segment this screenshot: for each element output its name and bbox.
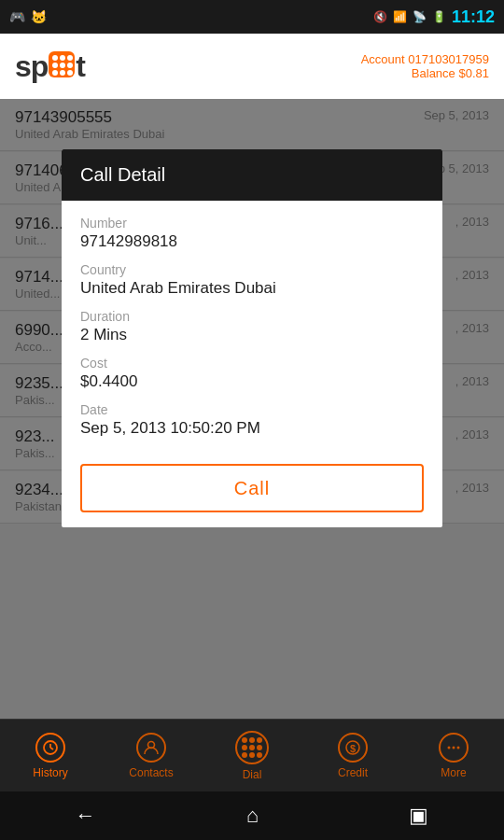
nav-item-dial[interactable]: Dial [202, 731, 302, 781]
nav-item-history[interactable]: History [0, 733, 101, 779]
call-detail-dialog: Call Detail Number 97142989818 Country U… [62, 149, 442, 527]
app-icon-2: 🐱 [31, 9, 47, 24]
account-number: 017103017959 [408, 52, 489, 66]
status-bar: 🎮 🐱 🔇 📶 📡 🔋 11:12 [0, 0, 504, 34]
recent-button[interactable]: ▣ [390, 796, 447, 835]
dialog-footer: Call [62, 453, 442, 527]
status-time: 11:12 [452, 7, 495, 27]
nav-label-history: History [33, 766, 67, 779]
balance-label: Balance [412, 66, 455, 80]
status-left-icons: 🎮 🐱 [9, 9, 47, 24]
date-label: Date [80, 402, 424, 417]
date-value: Sep 5, 2013 10:50:20 PM [80, 419, 424, 438]
contacts-icon [136, 733, 166, 763]
cost-value: $0.4400 [80, 372, 424, 391]
duration-label: Duration [80, 309, 424, 324]
wifi-icon: 📶 [393, 10, 407, 23]
android-nav-bar: ← ⌂ ▣ [0, 791, 504, 840]
dialog-body: Number 97142989818 Country United Arab E… [62, 201, 442, 453]
account-info: Account 017103017959 Balance $0.81 [361, 52, 489, 80]
nav-item-more[interactable]: More [403, 733, 504, 779]
cost-label: Cost [80, 356, 424, 371]
account-number-line: Account 017103017959 [361, 52, 489, 66]
balance-value: $0.81 [458, 66, 489, 80]
logo: sp t [15, 49, 85, 84]
battery-icon: 🔋 [432, 10, 446, 23]
svg-line-2 [50, 748, 53, 749]
nav-label-contacts: Contacts [129, 766, 173, 779]
dialog-header: Call Detail [62, 149, 442, 201]
history-icon [35, 733, 65, 763]
account-label: Account [361, 52, 405, 66]
status-right-icons: 🔇 📶 📡 🔋 11:12 [373, 7, 495, 27]
call-button[interactable]: Call [80, 464, 424, 512]
dialog-title: Call Detail [80, 164, 424, 186]
more-icon [439, 733, 469, 763]
nav-item-contacts[interactable]: Contacts [101, 733, 202, 779]
nav-item-credit[interactable]: $ Credit [302, 733, 403, 779]
number-value: 97142989818 [80, 232, 424, 251]
country-label: Country [80, 262, 424, 277]
duration-value: 2 Mins [80, 326, 424, 344]
dial-icon [235, 731, 269, 764]
number-label: Number [80, 216, 424, 231]
svg-point-8 [457, 746, 460, 749]
logo-text-t: t [76, 49, 85, 84]
bottom-navigation: History Contacts Dial $ Credit [0, 719, 504, 791]
nav-label-credit: Credit [338, 766, 368, 779]
home-button[interactable]: ⌂ [228, 796, 277, 835]
app-header: sp t Account 017103017959 Balance $0.81 [0, 34, 504, 99]
credit-icon: $ [338, 733, 368, 763]
nav-label-dial: Dial [243, 768, 262, 781]
app-icon-1: 🎮 [9, 9, 25, 24]
balance-line: Balance $0.81 [361, 66, 489, 80]
mute-icon: 🔇 [373, 10, 387, 23]
nav-label-more: More [441, 766, 466, 779]
signal-icon: 📡 [413, 10, 427, 23]
country-value: United Arab Emirates Dubai [80, 279, 424, 298]
svg-text:$: $ [350, 742, 356, 753]
svg-point-7 [453, 746, 455, 749]
logo-dot [49, 51, 75, 77]
logo-text-sp: sp [15, 49, 48, 84]
svg-point-6 [448, 746, 451, 749]
back-button[interactable]: ← [57, 796, 115, 835]
